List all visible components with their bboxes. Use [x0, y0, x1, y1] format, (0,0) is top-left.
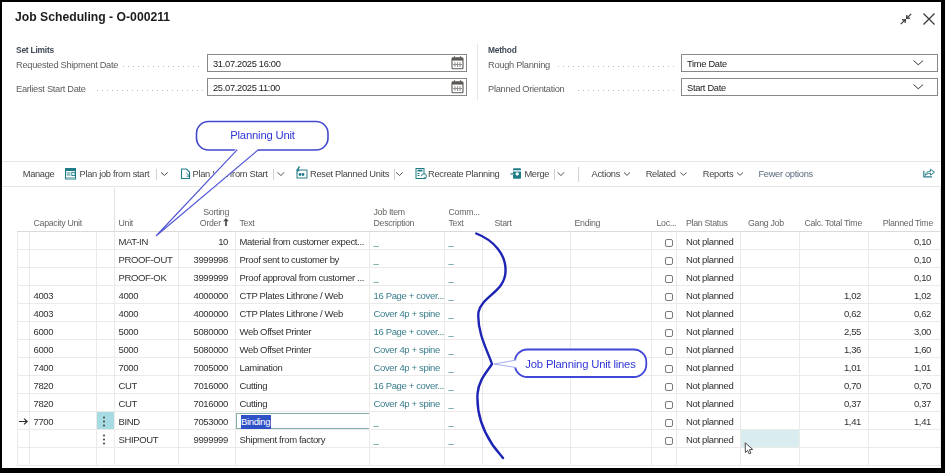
svg-text:Planning Unit: Planning Unit [230, 129, 296, 141]
